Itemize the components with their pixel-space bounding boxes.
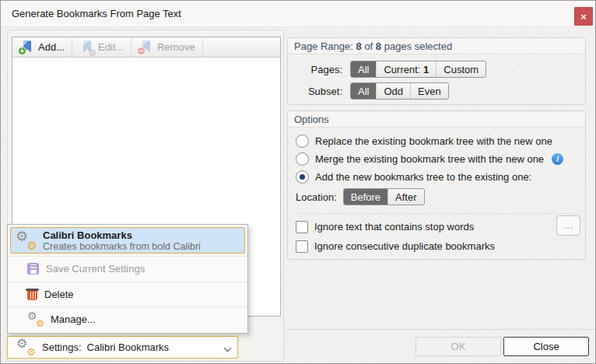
preset-title: Calibri Bookmarks bbox=[43, 229, 201, 241]
edit-button-label: Edit... bbox=[98, 41, 124, 53]
page-range-header: Page Range: 8 of 8 pages selected bbox=[288, 38, 585, 54]
edit-button[interactable]: ⚙ Edit... bbox=[72, 37, 131, 57]
pages-segment: All Current: 1 Custom bbox=[350, 61, 486, 78]
menu-item-preset[interactable]: ⚙ ⚙ Calibri Bookmarks Creates bookmarks … bbox=[10, 227, 245, 254]
subset-row: Subset: All Odd Even bbox=[288, 82, 585, 100]
pages-all-segment[interactable]: All bbox=[351, 61, 377, 77]
remove-button[interactable]: − Remove bbox=[131, 37, 202, 57]
location-after-segment[interactable]: After bbox=[388, 189, 423, 205]
stop-words-browse-button[interactable]: ... bbox=[556, 215, 580, 236]
ignore-stop-words-checkbox[interactable] bbox=[296, 221, 308, 233]
radio-add-label: Add the new bookmarks tree to the existi… bbox=[315, 171, 531, 183]
radio-replace[interactable] bbox=[296, 135, 309, 148]
bookmarks-toolbar: + Add... ⚙ Edit... bbox=[12, 37, 280, 58]
subset-odd-segment[interactable]: Odd bbox=[377, 83, 411, 99]
delete-label: Delete bbox=[44, 289, 74, 300]
radio-add-row[interactable]: Add the new bookmarks tree to the existi… bbox=[288, 170, 585, 184]
radio-merge[interactable] bbox=[296, 152, 309, 166]
menu-item-save-settings[interactable]: Save Current Settings bbox=[8, 256, 247, 282]
radio-merge-row[interactable]: Merge the existing bookmark tree with th… bbox=[288, 152, 585, 166]
add-button[interactable]: + Add... bbox=[12, 37, 72, 57]
close-icon: × bbox=[580, 11, 587, 23]
settings-dropdown[interactable]: ⚙ ⚙ Settings: Calibri Bookmarks bbox=[7, 336, 238, 359]
radio-merge-label: Merge the existing bookmark tree with th… bbox=[315, 153, 544, 165]
pages-custom-segment[interactable]: Custom bbox=[436, 61, 486, 77]
pages-label: Pages: bbox=[305, 64, 342, 75]
pages-row: Pages: All Current: 1 Custom bbox=[288, 61, 585, 78]
gears-icon: ⚙ ⚙ bbox=[16, 230, 37, 250]
total-page-count: 8 bbox=[376, 40, 381, 52]
settings-menu: ⚙ ⚙ Calibri Bookmarks Creates bookmarks … bbox=[7, 224, 248, 334]
gear-icon: ⚙ bbox=[88, 48, 96, 58]
radio-replace-label: Replace the existing bookmark tree with … bbox=[315, 135, 552, 147]
location-row: Location: Before After bbox=[288, 187, 585, 206]
subset-segment: All Odd Even bbox=[350, 82, 449, 100]
subset-all-segment[interactable]: All bbox=[351, 83, 377, 99]
radio-replace-row[interactable]: Replace the existing bookmark tree with … bbox=[288, 134, 585, 149]
save-icon bbox=[27, 263, 39, 275]
remove-button-label: Remove bbox=[157, 41, 195, 53]
titlebar: Generate Bookmarks From Page Text bbox=[1, 1, 596, 27]
stop-words-row[interactable]: Ignore text that contains stop words bbox=[288, 219, 585, 234]
settings-label: Settings: bbox=[42, 341, 82, 353]
location-segment: Before After bbox=[343, 188, 425, 205]
ok-button[interactable]: OK bbox=[415, 337, 501, 356]
pages-current-segment[interactable]: Current: 1 bbox=[377, 61, 436, 77]
preset-subtitle: Creates bookmarks from bold Calibri bbox=[43, 241, 201, 252]
page-range-header-label: Page Range: bbox=[294, 40, 353, 52]
gears-icon: ⚙ ⚙ bbox=[27, 311, 44, 327]
subset-label: Subset: bbox=[305, 86, 342, 97]
ignore-duplicates-checkbox[interactable] bbox=[296, 240, 308, 253]
plus-icon: + bbox=[18, 47, 26, 55]
ignore-duplicates-label: Ignore consecutive duplicate bookmarks bbox=[314, 240, 495, 252]
settings-value: Calibri Bookmarks bbox=[87, 341, 169, 353]
info-icon[interactable]: i bbox=[552, 153, 563, 165]
ignore-stop-words-label: Ignore text that contains stop words bbox=[314, 221, 474, 233]
bookmark-edit-icon: ⚙ bbox=[79, 40, 94, 54]
subset-even-segment[interactable]: Even bbox=[411, 83, 448, 99]
chevron-down-icon[interactable] bbox=[224, 345, 230, 352]
add-button-label: Add... bbox=[38, 41, 65, 53]
options-header: Options bbox=[288, 111, 585, 128]
selected-page-count: 8 bbox=[356, 40, 362, 52]
options-separator bbox=[299, 213, 574, 214]
close-dialog-button[interactable]: Close bbox=[503, 337, 589, 356]
window-title: Generate Bookmarks From Page Text bbox=[12, 1, 181, 27]
options-group: Options Replace the existing bookmark tr… bbox=[287, 110, 586, 260]
save-settings-label: Save Current Settings bbox=[46, 263, 145, 275]
manage-label: Manage... bbox=[51, 313, 96, 325]
gears-icon: ⚙ ⚙ bbox=[16, 338, 35, 356]
footer-divider bbox=[286, 329, 596, 330]
menu-item-delete[interactable]: Delete bbox=[8, 282, 247, 307]
bookmark-remove-icon: − bbox=[138, 40, 153, 54]
current-page-number: 1 bbox=[423, 64, 429, 75]
trash-icon bbox=[27, 291, 37, 300]
location-label: Location: bbox=[296, 191, 337, 203]
generate-bookmarks-dialog: Generate Bookmarks From Page Text × + Ad… bbox=[0, 0, 596, 364]
bookmark-add-icon: + bbox=[19, 40, 34, 54]
page-range-group: Page Range: 8 of 8 pages selected Pages:… bbox=[287, 37, 586, 105]
duplicates-row[interactable]: Ignore consecutive duplicate bookmarks bbox=[288, 239, 585, 254]
menu-item-manage[interactable]: ⚙ ⚙ Manage... bbox=[8, 306, 247, 332]
location-before-segment[interactable]: Before bbox=[344, 189, 388, 205]
radio-add[interactable] bbox=[296, 170, 309, 184]
close-button[interactable]: × bbox=[574, 7, 593, 26]
